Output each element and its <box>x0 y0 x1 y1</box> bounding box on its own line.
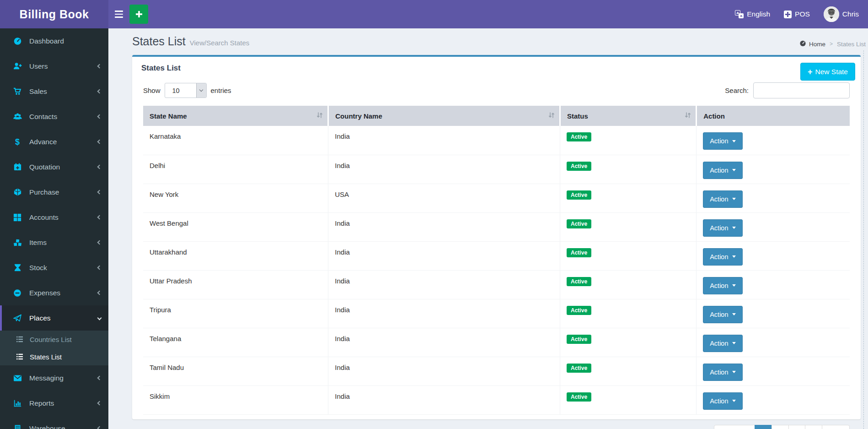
caret-down-icon <box>732 371 736 373</box>
search-input[interactable] <box>753 82 850 98</box>
chevron-left-icon <box>97 114 102 119</box>
action-dropdown-button[interactable]: Action <box>703 364 742 381</box>
action-dropdown-button[interactable]: Action <box>703 248 742 266</box>
sidebar-item-quotation[interactable]: Quotation <box>0 154 108 179</box>
action-dropdown-button[interactable]: Action <box>703 190 742 208</box>
pagination-next-button[interactable]: Next <box>822 425 850 429</box>
table-header-row: State Name Country Name St <box>143 106 850 126</box>
action-dropdown-button[interactable]: Action <box>703 392 742 410</box>
status-cell: Active <box>560 184 697 212</box>
pagination-page-2[interactable]: 2 <box>772 425 789 429</box>
user-menu[interactable]: Chris <box>824 0 859 28</box>
sidebar-item-reports[interactable]: Reports <box>0 391 108 416</box>
sidebar-item-messaging[interactable]: Messaging <box>0 365 108 391</box>
calendar-plus-icon <box>12 163 23 171</box>
submenu-item-label: States List <box>30 353 62 361</box>
action-dropdown-button[interactable]: Action <box>703 219 742 237</box>
pagination-previous-button[interactable]: Previous <box>714 425 755 429</box>
sidebar-item-label: Messaging <box>29 374 64 382</box>
country-name-cell: India <box>328 357 560 386</box>
sidebar-item-accounts[interactable]: Accounts <box>0 205 108 230</box>
caret-down-icon <box>732 400 736 402</box>
action-dropdown-button[interactable]: Action <box>703 132 742 150</box>
plus-square-icon <box>784 11 792 18</box>
chevron-left-icon <box>97 240 102 245</box>
states-list-panel: States List + New State Show 10 entries … <box>132 55 861 419</box>
status-cell: Active <box>560 299 697 328</box>
state-name-cell: New York <box>143 184 328 212</box>
sidebar-item-label: Places <box>29 314 51 322</box>
action-dropdown-button[interactable]: Action <box>703 162 742 179</box>
country-name-cell: India <box>328 126 560 155</box>
chevron-left-icon <box>97 401 102 406</box>
sidebar-item-label: Sales <box>29 87 47 96</box>
sidebar-item-dashboard[interactable]: Dashboard <box>0 28 108 54</box>
pagination-page-4[interactable]: 4 <box>805 425 822 429</box>
sidebar: Dashboard Users Sales Contacts $ Advance… <box>0 28 108 429</box>
navbar-right: Aa English POS <box>735 0 859 28</box>
action-dropdown-button[interactable]: Action <box>703 306 742 323</box>
sidebar-item-countries-list[interactable]: Countries List <box>0 331 108 348</box>
table-row: Telangana India Active Action <box>143 328 850 357</box>
main-content: States ListView/Search States Home > Sta… <box>108 28 868 429</box>
chevron-down-icon <box>97 316 102 320</box>
panel-heading: States List + New State <box>132 57 861 78</box>
content-header: States ListView/Search States Home > Sta… <box>108 28 868 55</box>
sidebar-item-stock[interactable]: Stock <box>0 255 108 280</box>
state-name-cell: Uttarakhand <box>143 241 328 270</box>
sidebar-item-items[interactable]: Items <box>0 230 108 255</box>
sidebar-item-sales[interactable]: Sales <box>0 79 108 104</box>
page-length-control: Show 10 entries <box>143 83 231 98</box>
avatar <box>824 6 839 22</box>
action-cell: Action <box>697 241 850 270</box>
bar-chart-icon <box>12 399 23 407</box>
sidebar-item-advance[interactable]: $ Advance <box>0 129 108 154</box>
table-row: New York USA Active Action <box>143 184 850 212</box>
status-badge: Active <box>567 190 591 200</box>
caret-down-icon <box>732 255 736 258</box>
language-menu[interactable]: Aa English <box>735 0 770 28</box>
brand-logo[interactable]: Billing Book <box>0 0 108 28</box>
select-arrow <box>196 83 206 98</box>
sidebar-item-label: Items <box>29 239 47 247</box>
column-header-status[interactable]: Status <box>560 106 697 126</box>
language-label: English <box>747 10 770 18</box>
status-badge: Active <box>567 277 591 286</box>
sidebar-toggle-button[interactable] <box>108 0 129 28</box>
status-badge: Active <box>567 364 591 373</box>
breadcrumb-home-link[interactable]: Home <box>799 40 825 48</box>
pos-label: POS <box>795 10 810 18</box>
sidebar-item-users[interactable]: Users <box>0 54 108 79</box>
column-header-state-name[interactable]: State Name <box>143 106 328 126</box>
sidebar-item-label: Stock <box>29 264 47 272</box>
sidebar-item-states-list[interactable]: States List <box>0 348 108 365</box>
table-row: Karnataka India Active Action <box>143 126 850 155</box>
sidebar-item-label: Reports <box>29 399 54 407</box>
action-dropdown-button[interactable]: Action <box>703 335 742 352</box>
envelope-icon <box>12 375 23 382</box>
action-cell: Action <box>697 299 850 328</box>
table-row: Uttarakhand India Active Action <box>143 241 850 270</box>
page-length-select[interactable]: 10 <box>165 83 207 98</box>
pos-button[interactable]: POS <box>784 0 810 28</box>
sidebar-item-places[interactable]: Places <box>0 305 108 331</box>
action-dropdown-button[interactable]: Action <box>703 277 742 294</box>
pagination-page-1[interactable]: 1 <box>755 425 772 429</box>
panel-body: Show 10 entries Search: <box>132 78 861 419</box>
pagination-page-3[interactable]: 3 <box>788 425 806 429</box>
sidebar-item-contacts[interactable]: Contacts <box>0 104 108 129</box>
sidebar-item-expenses[interactable]: Expenses <box>0 280 108 305</box>
hourglass-icon <box>12 263 23 272</box>
column-header-country-name[interactable]: Country Name <box>328 106 560 126</box>
new-state-button[interactable]: + New State <box>800 63 855 81</box>
sidebar-item-purchase[interactable]: Purchase <box>0 179 108 205</box>
states-table: State Name Country Name St <box>143 106 850 415</box>
quick-add-button[interactable] <box>129 5 148 24</box>
user-plus-icon <box>12 62 23 71</box>
sidebar-item-warehouse[interactable]: Warehouse <box>0 416 108 429</box>
caret-down-icon <box>732 313 736 315</box>
country-name-cell: India <box>328 212 560 241</box>
list-icon <box>14 336 25 342</box>
cube-icon <box>12 188 23 196</box>
breadcrumb-current: States List <box>837 41 866 48</box>
